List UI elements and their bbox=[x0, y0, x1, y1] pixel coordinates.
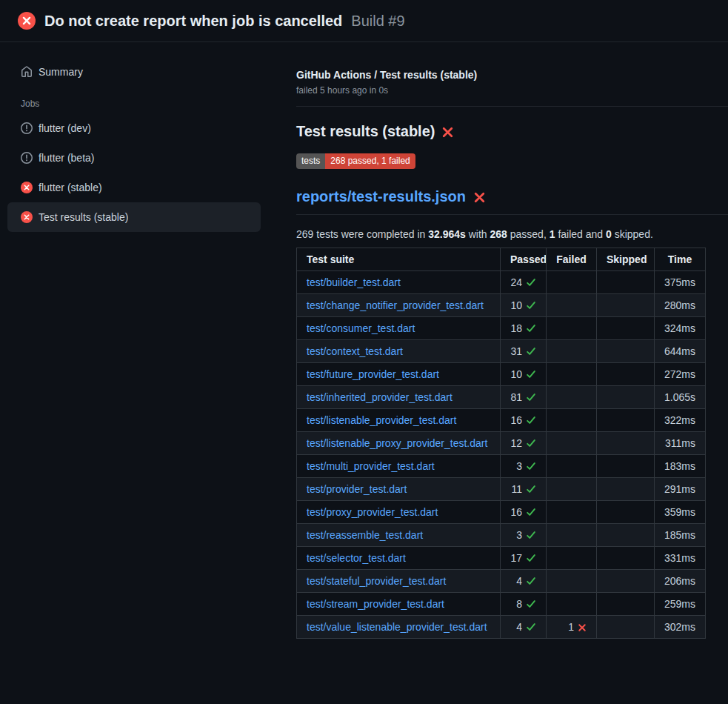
summary-number: 32.964s bbox=[428, 228, 466, 240]
x-circle-icon bbox=[21, 211, 33, 223]
time-cell: 311ms bbox=[655, 432, 706, 455]
suite-link[interactable]: test/stateful_provider_test.dart bbox=[307, 575, 446, 587]
sidebar-job-item[interactable]: Test results (stable) bbox=[7, 202, 261, 232]
alert-circle-icon bbox=[21, 152, 33, 164]
suite-link[interactable]: test/selector_test.dart bbox=[307, 552, 406, 564]
check-icon bbox=[526, 369, 536, 379]
job-label: flutter (stable) bbox=[39, 182, 102, 193]
check-icon bbox=[526, 346, 536, 356]
skipped-cell bbox=[597, 616, 655, 639]
table-row: test/builder_test.dart24375ms bbox=[297, 271, 706, 294]
job-label: flutter (dev) bbox=[39, 122, 91, 134]
passed-cell: 16 bbox=[501, 501, 547, 524]
sidebar-job-item[interactable]: flutter (dev) bbox=[7, 113, 261, 143]
report-heading: reports/test-results.json bbox=[296, 188, 728, 215]
sidebar-summary-label: Summary bbox=[39, 66, 83, 78]
table-row: test/change_notifier_provider_test.dart1… bbox=[297, 294, 706, 317]
page-title: Do not create report when job is cancell… bbox=[44, 13, 342, 30]
skipped-cell bbox=[597, 317, 655, 340]
suite-link[interactable]: test/builder_test.dart bbox=[307, 276, 401, 288]
skipped-cell bbox=[597, 593, 655, 616]
skipped-cell bbox=[597, 478, 655, 501]
x-circle-icon bbox=[18, 12, 36, 30]
failed-cell bbox=[547, 409, 597, 432]
time-cell: 324ms bbox=[655, 317, 706, 340]
failed-cell bbox=[547, 524, 597, 547]
badge-label: tests bbox=[296, 153, 325, 169]
passed-cell: 18 bbox=[501, 317, 547, 340]
check-icon bbox=[526, 392, 536, 402]
suite-cell: test/stateful_provider_test.dart bbox=[297, 570, 501, 593]
passed-count: 16 bbox=[510, 414, 522, 426]
passed-count: 10 bbox=[510, 299, 522, 311]
check-run-page: Do not create report when job is cancell… bbox=[0, 0, 728, 657]
passed-count: 4 bbox=[516, 621, 522, 633]
table-row: test/future_provider_test.dart10272ms bbox=[297, 363, 706, 386]
skipped-cell bbox=[597, 524, 655, 547]
suite-link[interactable]: test/future_provider_test.dart bbox=[307, 368, 439, 380]
suite-link[interactable]: test/context_test.dart bbox=[307, 345, 403, 357]
sidebar-job-item[interactable]: flutter (stable) bbox=[7, 173, 261, 202]
suite-link[interactable]: test/proxy_provider_test.dart bbox=[307, 506, 438, 518]
table-row: test/stream_provider_test.dart8259ms bbox=[297, 593, 706, 616]
time-cell: 291ms bbox=[655, 478, 706, 501]
column-header: Passed bbox=[501, 248, 547, 271]
alert-circle-icon bbox=[21, 122, 33, 134]
table-row: test/provider_test.dart11291ms bbox=[297, 478, 706, 501]
failed-cell bbox=[547, 547, 597, 570]
suite-link[interactable]: test/inherited_provider_test.dart bbox=[307, 391, 453, 403]
suite-cell: test/reassemble_test.dart bbox=[297, 524, 501, 547]
failed-cell bbox=[547, 340, 597, 363]
passed-cell: 8 bbox=[501, 593, 547, 616]
failed-cell bbox=[547, 478, 597, 501]
run-meta: failed 5 hours ago in 0s bbox=[296, 85, 705, 96]
table-row: test/value_listenable_provider_test.dart… bbox=[297, 616, 706, 639]
jobs-section-heading: Jobs bbox=[7, 87, 261, 113]
suite-link[interactable]: test/provider_test.dart bbox=[307, 483, 407, 495]
passed-count: 16 bbox=[510, 506, 522, 518]
table-row: test/proxy_provider_test.dart16359ms bbox=[297, 501, 706, 524]
suite-link[interactable]: test/value_listenable_provider_test.dart bbox=[307, 621, 487, 633]
table-row: test/context_test.dart31644ms bbox=[297, 340, 706, 363]
table-row: test/reassemble_test.dart3185ms bbox=[297, 524, 706, 547]
passed-cell: 17 bbox=[501, 547, 547, 570]
passed-count: 3 bbox=[516, 529, 522, 541]
report-link[interactable]: reports/test-results.json bbox=[296, 188, 466, 205]
time-cell: 183ms bbox=[655, 455, 706, 478]
summary-text: with bbox=[466, 228, 490, 240]
summary-text: failed and bbox=[555, 228, 607, 240]
time-cell: 280ms bbox=[655, 294, 706, 317]
check-icon bbox=[526, 576, 536, 586]
suite-link[interactable]: test/listenable_proxy_provider_test.dart bbox=[307, 437, 487, 449]
check-icon bbox=[526, 622, 536, 632]
skipped-cell bbox=[597, 455, 655, 478]
failed-cell bbox=[547, 317, 597, 340]
suite-link[interactable]: test/change_notifier_provider_test.dart bbox=[307, 299, 484, 311]
suite-link[interactable]: test/consumer_test.dart bbox=[307, 322, 415, 334]
passed-cell: 3 bbox=[501, 524, 547, 547]
job-label: Test results (stable) bbox=[39, 211, 128, 223]
check-icon bbox=[526, 553, 536, 563]
suite-link[interactable]: test/stream_provider_test.dart bbox=[307, 598, 444, 610]
failed-cell bbox=[547, 432, 597, 455]
suite-cell: test/change_notifier_provider_test.dart bbox=[297, 294, 501, 317]
sidebar-item-summary[interactable]: Summary bbox=[7, 57, 261, 87]
suite-link[interactable]: test/listenable_provider_test.dart bbox=[307, 414, 456, 426]
main-content: GitHub Actions / Test results (stable) f… bbox=[274, 42, 728, 657]
time-cell: 259ms bbox=[655, 593, 706, 616]
skipped-cell bbox=[597, 363, 655, 386]
sidebar-job-item[interactable]: flutter (beta) bbox=[7, 143, 261, 173]
passed-count: 4 bbox=[516, 575, 522, 587]
suite-cell: test/provider_test.dart bbox=[297, 478, 501, 501]
time-cell: 302ms bbox=[655, 616, 706, 639]
suite-link[interactable]: test/reassemble_test.dart bbox=[307, 529, 423, 541]
suite-link[interactable]: test/multi_provider_test.dart bbox=[307, 460, 435, 472]
jobs-list: flutter (dev)flutter (beta)flutter (stab… bbox=[7, 113, 261, 232]
check-icon bbox=[526, 323, 536, 333]
suite-cell: test/proxy_provider_test.dart bbox=[297, 501, 501, 524]
section-title-text: Test results (stable) bbox=[296, 123, 435, 140]
passed-count: 31 bbox=[510, 345, 522, 357]
passed-count: 18 bbox=[510, 322, 522, 334]
check-icon bbox=[526, 530, 536, 540]
summary-text: skipped. bbox=[612, 228, 653, 240]
